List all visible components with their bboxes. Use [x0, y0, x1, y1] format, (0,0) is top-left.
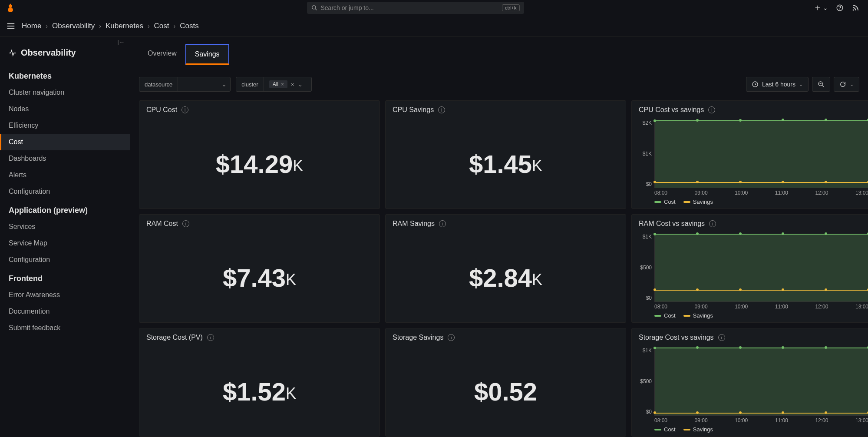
panel-storage-savings: Storage Savings i $0.52 — [385, 328, 626, 437]
info-icon[interactable]: i — [718, 334, 725, 341]
panel-title: Storage Savings — [393, 334, 443, 341]
panel-title: RAM Cost vs savings — [639, 220, 705, 228]
breadcrumb-costs[interactable]: Costs — [180, 22, 198, 30]
zoom-out-icon — [818, 81, 825, 88]
sidebar-item-error-awareness[interactable]: Error Awareness — [0, 287, 130, 303]
breadcrumb-bar: Home › Observability › Kubernetes › Cost… — [0, 16, 868, 36]
stat-storage-savings: $0.52 — [386, 347, 626, 436]
chevron-right-icon: › — [174, 23, 176, 30]
panel-ram-chart: RAM Cost vs savings i $1K$500$008:0009:0… — [631, 214, 868, 323]
main-content: Overview Savings datasource ⌄ cluster Al… — [130, 36, 868, 437]
breadcrumb-cost[interactable]: Cost — [154, 22, 169, 30]
cluster-selector[interactable]: cluster All × × ⌄ — [236, 77, 311, 92]
chip-remove-icon[interactable]: × — [281, 81, 284, 87]
chart-cpu: $2K$1K$008:0009:0010:0011:0012:0013:00Co… — [632, 119, 868, 209]
chart-ram: $1K$500$008:0009:0010:0011:0012:0013:00C… — [632, 233, 868, 322]
sidebar-item-cluster-navigation[interactable]: Cluster navigation — [0, 84, 130, 101]
svg-line-1 — [315, 9, 317, 10]
info-icon[interactable]: i — [182, 220, 189, 227]
sidebar-item-alerts[interactable]: Alerts — [0, 167, 130, 183]
clear-all-icon[interactable]: × — [291, 81, 294, 88]
info-icon[interactable]: i — [439, 220, 446, 227]
stat-ram-savings: $2.84 K — [386, 233, 626, 322]
info-icon[interactable]: i — [708, 106, 715, 113]
svg-line-7 — [822, 85, 824, 87]
sidebar-item-dashboards[interactable]: Dashboards — [0, 150, 130, 167]
add-button[interactable]: ⌄ — [814, 4, 828, 11]
info-icon[interactable]: i — [182, 106, 188, 113]
sidebar-section-kubernetes: Kubernetes — [0, 66, 130, 84]
breadcrumb-kubernetes[interactable]: Kubernetes — [106, 22, 143, 30]
panel-title: CPU Cost — [146, 106, 177, 114]
tab-overview[interactable]: Overview — [139, 44, 185, 65]
info-icon[interactable]: i — [709, 220, 716, 227]
tab-savings[interactable]: Savings — [185, 44, 229, 65]
collapse-sidebar-icon[interactable]: |← — [118, 39, 125, 45]
sidebar-item-documentation[interactable]: Documention — [0, 303, 130, 320]
panel-title: CPU Cost vs savings — [639, 106, 704, 114]
controls-row: datasource ⌄ cluster All × × ⌄ L — [139, 77, 868, 92]
panel-title: RAM Savings — [393, 220, 435, 228]
svg-point-0 — [312, 6, 315, 9]
sidebar-section-frontend: Frontend — [0, 268, 130, 287]
grafana-logo-icon[interactable] — [4, 2, 17, 14]
info-icon[interactable]: i — [448, 334, 455, 341]
search-icon — [311, 5, 317, 11]
panel-title: Storage Cost vs savings — [639, 334, 714, 341]
sidebar-item-submit-feedback[interactable]: Submit feedback — [0, 320, 130, 336]
datasource-selector[interactable]: datasource ⌄ — [139, 77, 231, 92]
panel-title: Storage Cost (PV) — [146, 334, 203, 341]
chevron-down-icon: ⌄ — [799, 82, 803, 87]
breadcrumb-observability[interactable]: Observability — [52, 22, 95, 30]
stat-cpu-savings: $1.45 K — [386, 119, 626, 209]
help-icon[interactable] — [836, 4, 844, 12]
sidebar-item-nodes[interactable]: Nodes — [0, 101, 130, 117]
sidebar-item-service-map[interactable]: Service Map — [0, 235, 130, 252]
sidebar-item-services[interactable]: Services — [0, 218, 130, 235]
sidebar-title: Observability — [0, 45, 130, 66]
refresh-icon — [839, 81, 846, 88]
clock-icon — [752, 81, 759, 88]
sidebar-item-efficiency[interactable]: Efficiency — [0, 117, 130, 134]
breadcrumb-home[interactable]: Home — [22, 22, 41, 30]
chevron-right-icon: › — [148, 23, 150, 30]
chevron-right-icon: › — [46, 23, 48, 30]
chevron-down-icon: ⌄ — [298, 81, 306, 88]
search-shortcut: ctrl+k — [502, 4, 520, 11]
panel-cpu-cost: CPU Cost i $14.29 K — [139, 100, 380, 209]
info-icon[interactable]: i — [207, 334, 214, 341]
panel-title: CPU Savings — [393, 106, 434, 114]
stat-storage-cost: $1.52 K — [139, 347, 380, 436]
cluster-label: cluster — [236, 77, 264, 91]
panel-cpu-chart: CPU Cost vs savings i $2K$1K$008:0009:00… — [631, 100, 868, 209]
chevron-right-icon: › — [99, 23, 101, 30]
rss-icon[interactable] — [851, 4, 859, 12]
sidebar-item-app-configuration[interactable]: Configuration — [0, 252, 130, 268]
svg-point-3 — [839, 10, 840, 10]
sidebar: |← Observability Kubernetes Cluster navi… — [0, 36, 130, 437]
zoom-out-button[interactable] — [812, 77, 830, 92]
pulse-icon — [9, 49, 17, 57]
sidebar-item-cost[interactable]: Cost — [0, 134, 130, 150]
refresh-button[interactable]: ⌄ — [834, 77, 859, 92]
sidebar-item-configuration[interactable]: Configuration — [0, 183, 130, 200]
stat-ram-cost: $7.43 K — [139, 233, 380, 322]
search-input[interactable]: Search or jump to... ctrl+k — [307, 2, 524, 14]
panel-ram-savings: RAM Savings i $2.84 K — [385, 214, 626, 323]
panel-grid: CPU Cost i $14.29 K CPU Savings i $1.45 … — [139, 100, 868, 437]
svg-point-4 — [853, 9, 854, 10]
chevron-down-icon: ⌄ — [850, 82, 854, 87]
time-range-label: Last 6 hours — [762, 81, 795, 88]
breadcrumb: Home › Observability › Kubernetes › Cost… — [22, 22, 199, 30]
tabs: Overview Savings — [139, 44, 868, 65]
info-icon[interactable]: i — [438, 106, 445, 113]
panel-title: RAM Cost — [146, 220, 178, 228]
cluster-chip: All × — [269, 80, 287, 88]
time-range-button[interactable]: Last 6 hours ⌄ — [746, 77, 809, 92]
panel-cpu-savings: CPU Savings i $1.45 K — [385, 100, 626, 209]
panel-storage-cost: Storage Cost (PV) i $1.52 K — [139, 328, 380, 437]
top-bar: Search or jump to... ctrl+k ⌄ — [0, 0, 868, 16]
datasource-label: datasource — [139, 77, 178, 91]
sidebar-section-application: Application (preview) — [0, 200, 130, 218]
hamburger-icon[interactable] — [6, 21, 16, 31]
